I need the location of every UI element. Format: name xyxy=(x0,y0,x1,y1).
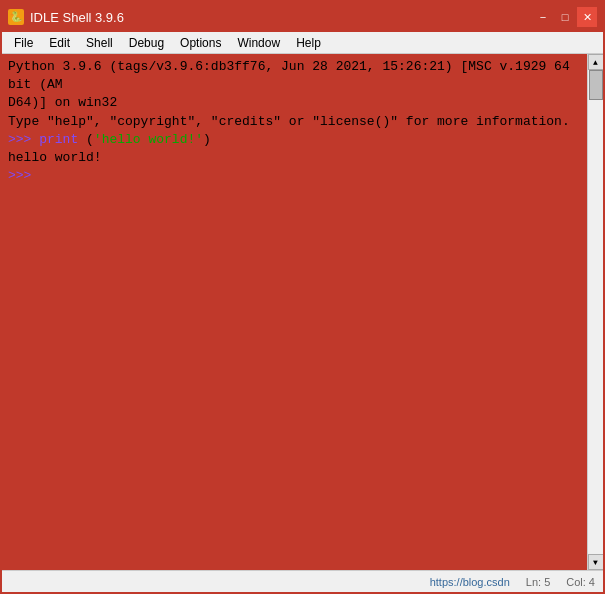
print-open: ( xyxy=(78,132,94,147)
menu-shell[interactable]: Shell xyxy=(78,34,121,52)
prompt-symbol-2: >>> xyxy=(8,168,31,183)
window-controls: − □ ✕ xyxy=(533,7,597,27)
minimize-button[interactable]: − xyxy=(533,7,553,27)
status-bar: https://blog.csdn Ln: 5 Col: 4 xyxy=(2,570,603,592)
scroll-up-button[interactable]: ▲ xyxy=(588,54,604,70)
current-prompt: >>> xyxy=(8,167,581,185)
scrollbar[interactable]: ▲ ▼ xyxy=(587,54,603,570)
menu-bar: File Edit Shell Debug Options Window Hel… xyxy=(2,32,603,54)
close-button[interactable]: ✕ xyxy=(577,7,597,27)
menu-options[interactable]: Options xyxy=(172,34,229,52)
info-line-1: Python 3.9.6 (tags/v3.9.6:db3ff76, Jun 2… xyxy=(8,58,581,94)
hello-world-string: 'hello world!' xyxy=(94,132,203,147)
content-area: Python 3.9.6 (tags/v3.9.6:db3ff76, Jun 2… xyxy=(2,54,603,570)
prompt-symbol-1: >>> xyxy=(8,132,39,147)
column-number: Col: 4 xyxy=(566,576,595,588)
output-line: hello world! xyxy=(8,149,581,167)
menu-edit[interactable]: Edit xyxy=(41,34,78,52)
prompt-line: >>> print ('hello world!') xyxy=(8,131,581,149)
scroll-thumb[interactable] xyxy=(589,70,603,100)
menu-file[interactable]: File xyxy=(6,34,41,52)
line-number: Ln: 5 xyxy=(526,576,550,588)
title-bar-left: 🐍 IDLE Shell 3.9.6 xyxy=(8,9,124,25)
window: 🐍 IDLE Shell 3.9.6 − □ ✕ File Edit Shell… xyxy=(0,0,605,594)
shell-output[interactable]: Python 3.9.6 (tags/v3.9.6:db3ff76, Jun 2… xyxy=(2,54,587,570)
scroll-track xyxy=(589,70,603,554)
scroll-down-button[interactable]: ▼ xyxy=(588,554,604,570)
url-text: https://blog.csdn xyxy=(430,576,510,588)
print-close: ) xyxy=(203,132,211,147)
title-bar: 🐍 IDLE Shell 3.9.6 − □ ✕ xyxy=(2,2,603,32)
app-icon: 🐍 xyxy=(8,9,24,25)
print-keyword: print xyxy=(39,132,78,147)
info-line-3: Type "help", "copyright", "credits" or "… xyxy=(8,113,581,131)
menu-help[interactable]: Help xyxy=(288,34,329,52)
menu-debug[interactable]: Debug xyxy=(121,34,172,52)
window-title: IDLE Shell 3.9.6 xyxy=(30,10,124,25)
menu-window[interactable]: Window xyxy=(229,34,288,52)
info-line-2: D64)] on win32 xyxy=(8,94,581,112)
maximize-button[interactable]: □ xyxy=(555,7,575,27)
